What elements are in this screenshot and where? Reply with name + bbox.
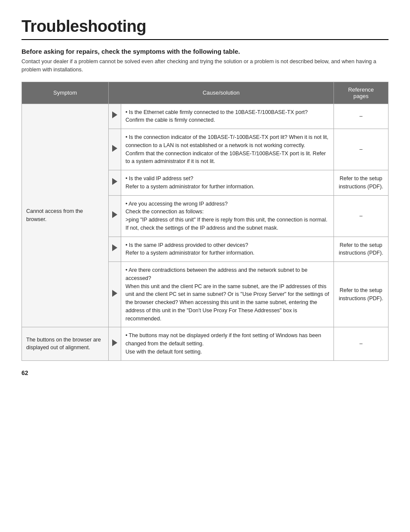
reference-header: Referencepages <box>334 82 388 104</box>
cause-cell: • The buttons may not be displayed order… <box>121 327 334 360</box>
arrow-cell <box>109 262 121 327</box>
reference-cell: Refer to the setup instructions (PDF). <box>334 237 388 262</box>
arrow-cell <box>109 327 121 360</box>
symptom-header: Symptom <box>22 82 109 104</box>
arrow-cell <box>109 170 121 196</box>
cause-cell: • Is the valid IP address set?Refer to a… <box>121 170 334 196</box>
reference-cell: Refer to the setup instructions (PDF). <box>334 262 388 327</box>
cause-cell: • Is the same IP address provided to oth… <box>121 237 334 262</box>
page-number: 62 <box>21 369 389 376</box>
arrow-icon <box>112 178 117 185</box>
reference-cell: – <box>334 195 388 237</box>
arrow-cell <box>109 129 121 170</box>
reference-cell: – <box>334 327 388 360</box>
reference-cell: – <box>334 129 388 170</box>
section-heading: Before asking for repairs, check the sym… <box>21 48 389 55</box>
arrow-cell <box>109 195 121 237</box>
arrow-cell <box>109 237 121 262</box>
arrow-icon <box>112 145 117 152</box>
arrow-cell <box>109 104 121 129</box>
cause-cell: • Are you accessing the wrong IP address… <box>121 195 334 237</box>
arrow-icon <box>112 211 117 218</box>
cause-cell: • Are there contradictions between the a… <box>121 262 334 327</box>
symptom-cell: The buttons on the browser are displayed… <box>22 327 109 360</box>
symptom-cell: Cannot access from the browser. <box>22 104 109 327</box>
intro-text: Contact your dealer if a problem cannot … <box>21 58 389 74</box>
cause-cell: • Is the connection indicator of the 10B… <box>121 129 334 170</box>
arrow-icon <box>112 339 117 346</box>
reference-cell: Refer to the setup instructions (PDF). <box>334 170 388 196</box>
reference-cell: – <box>334 104 388 129</box>
troubleshooting-table: Symptom Cause/solution Referencepages Ca… <box>21 82 389 361</box>
cause-cell: • Is the Ethernet cable firmly connected… <box>121 104 334 129</box>
arrow-icon <box>112 244 117 251</box>
arrow-icon <box>112 290 117 297</box>
page-title: Troubleshooting <box>21 17 389 40</box>
arrow-icon <box>112 111 117 118</box>
cause-header: Cause/solution <box>109 82 334 104</box>
